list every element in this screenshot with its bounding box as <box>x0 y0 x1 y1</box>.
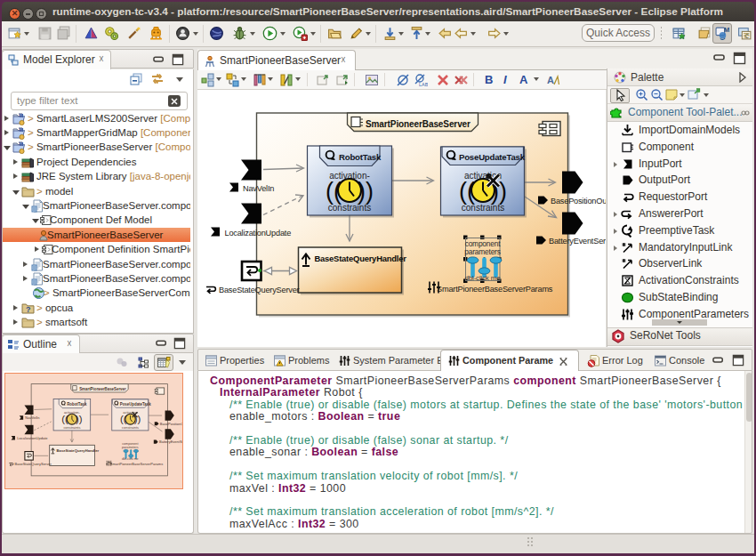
svg-text:component: component <box>122 442 139 446</box>
svg-text:dbl-click me: dbl-click me <box>122 457 138 461</box>
svg-text:?: ? <box>26 305 31 314</box>
svg-text:LocalizationUpdate: LocalizationUpdate <box>17 436 48 440</box>
svg-text:C: C <box>745 33 750 39</box>
svg-text:constraints: constraints <box>63 425 80 430</box>
svg-text:parameters: parameters <box>122 446 139 449</box>
svg-text:PoseUpdateTask: PoseUpdateTask <box>120 402 151 407</box>
svg-text:LABEL: LABEL <box>419 82 428 87</box>
svg-text:M: M <box>724 26 729 34</box>
svg-text:BasePositionOut: BasePositionOut <box>160 422 183 426</box>
svg-text:NavVelIn: NavVelIn <box>25 415 40 420</box>
svg-text:SmartPioneerBaseServer: SmartPioneerBaseServer <box>79 387 126 391</box>
svg-text:constraints: constraints <box>122 425 139 430</box>
svg-text:RobotTask: RobotTask <box>67 402 87 407</box>
svg-text:SmartPioneerBaseServerParams: SmartPioneerBaseServerParams <box>110 462 163 466</box>
svg-text:BatteryEventServer: BatteryEventServer <box>159 439 183 444</box>
svg-text:M: M <box>20 127 24 133</box>
svg-text:M: M <box>20 141 24 147</box>
svg-text:M: M <box>20 113 24 118</box>
svg-text:A: A <box>547 75 554 85</box>
svg-text:BaseStateQueryHandler: BaseStateQueryHandler <box>57 447 100 452</box>
svg-text:BaseStateQueryServer: BaseStateQueryServer <box>15 462 52 466</box>
